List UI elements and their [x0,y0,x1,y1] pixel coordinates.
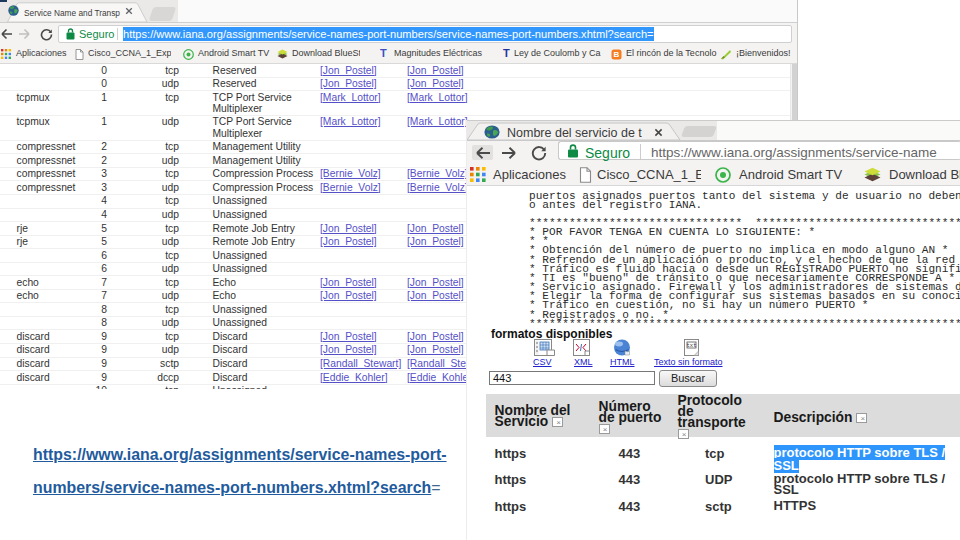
svg-text:B: B [614,50,620,59]
svg-text:txt: txt [687,342,697,349]
